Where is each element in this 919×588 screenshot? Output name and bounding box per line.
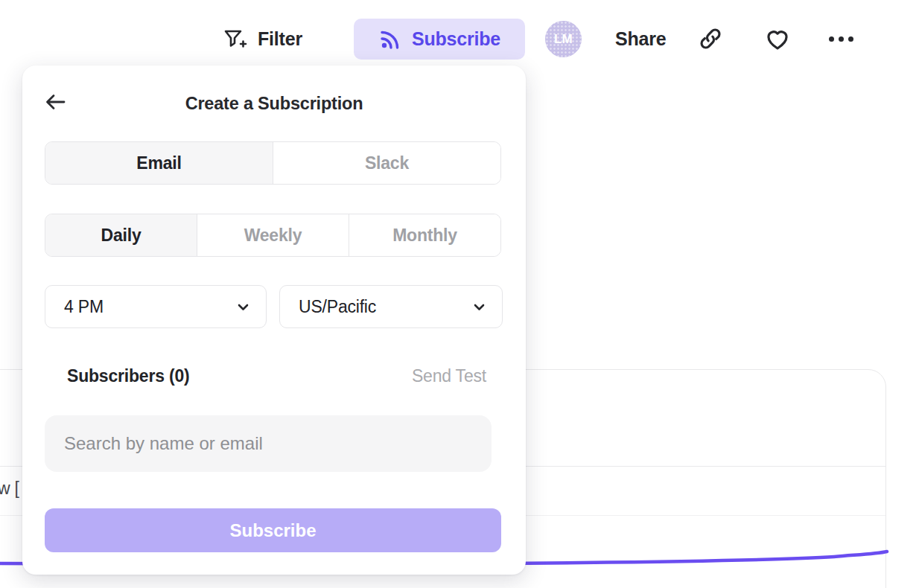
subscribers-row: Subscribers (0) Send Test — [67, 366, 486, 386]
subscribe-button[interactable]: Subscribe — [354, 19, 525, 60]
tab-monthly[interactable]: Monthly — [349, 214, 500, 256]
page: w [ Filter Subscribe LM Share — [0, 0, 919, 588]
chevron-down-icon — [471, 299, 487, 315]
tab-slack[interactable]: Slack — [273, 142, 500, 184]
subscribe-label: Subscribe — [412, 28, 500, 50]
clipped-background-text: w [ — [0, 479, 19, 499]
share-button[interactable]: Share — [615, 19, 666, 58]
tab-daily[interactable]: Daily — [45, 214, 197, 256]
user-avatar[interactable]: LM — [545, 21, 582, 57]
subscribers-count-label: Subscribers (0) — [67, 366, 189, 386]
popover-title: Create a Subscription — [22, 94, 526, 114]
heart-icon — [763, 25, 792, 53]
channel-tab-group: Email Slack — [45, 141, 501, 185]
tab-weekly[interactable]: Weekly — [197, 214, 349, 256]
subscribe-submit-button[interactable]: Subscribe — [45, 508, 501, 552]
timezone-select-value: US/Pacific — [299, 297, 376, 317]
tab-email[interactable]: Email — [45, 142, 273, 184]
send-test-button[interactable]: Send Test — [412, 366, 486, 386]
filter-button[interactable]: Filter — [220, 19, 302, 58]
time-select[interactable]: 4 PM — [45, 285, 267, 328]
filter-plus-icon — [220, 25, 247, 52]
timezone-select[interactable]: US/Pacific — [279, 285, 503, 328]
more-options-button[interactable] — [824, 24, 858, 54]
chevron-down-icon — [235, 299, 251, 315]
copy-link-button[interactable] — [696, 24, 725, 54]
favorite-button[interactable] — [763, 24, 792, 54]
filter-label: Filter — [258, 28, 302, 50]
create-subscription-popover: Create a Subscription Email Slack Daily … — [22, 65, 526, 575]
ellipsis-icon — [829, 36, 853, 42]
rss-icon — [378, 28, 402, 51]
time-select-value: 4 PM — [64, 297, 104, 317]
link-icon — [696, 25, 725, 53]
share-label: Share — [615, 28, 666, 50]
subscriber-search-input[interactable] — [45, 415, 492, 472]
frequency-tab-group: Daily Weekly Monthly — [45, 214, 501, 257]
